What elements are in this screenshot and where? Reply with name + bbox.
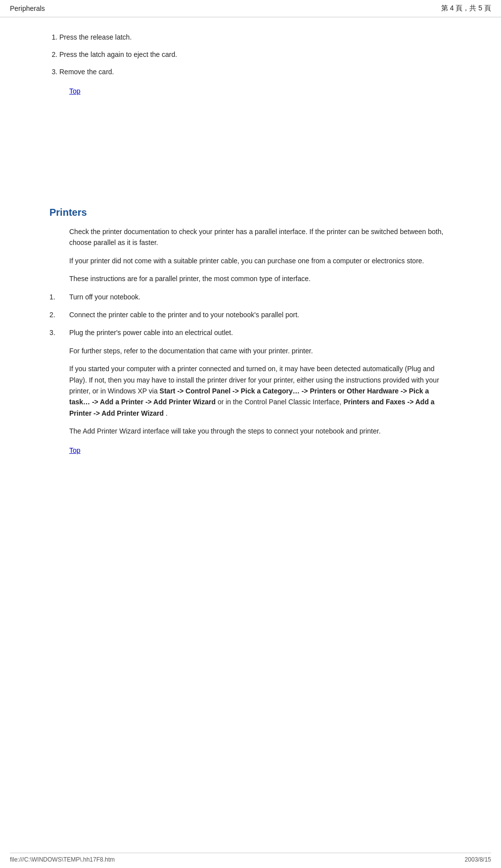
step-1-num: 1. xyxy=(49,291,69,302)
step-2-text: Connect the printer cable to the printer… xyxy=(69,309,452,320)
after-bold2-text: . xyxy=(166,409,168,417)
intro-para-2: If your printer did not come with a suit… xyxy=(69,255,452,266)
list-item-text: Remove the card. xyxy=(59,68,114,76)
list-item-text: Press the latch again to eject the card. xyxy=(59,50,177,58)
header-left: Peripherals xyxy=(10,4,45,12)
main-content: Press the release latch. Press the latch… xyxy=(0,17,501,482)
top-list: Press the release latch. Press the latch… xyxy=(59,32,452,77)
step-3-text: Plug the printer's power cable into an e… xyxy=(69,327,452,338)
footer-right: 2003/8/15 xyxy=(465,856,491,863)
intro-para-3: These instructions are for a parallel pr… xyxy=(69,273,452,284)
intro-para-1: Check the printer documentation to check… xyxy=(69,226,452,248)
step-2: 2. Connect the printer cable to the prin… xyxy=(49,309,452,320)
top-section: Press the release latch. Press the latch… xyxy=(49,32,452,98)
page-header: Peripherals 第 4 頁，共 5 頁 xyxy=(0,0,501,17)
step-2-num: 2. xyxy=(49,309,69,320)
after-bold-text: or in the Control Panel Classic Interfac… xyxy=(218,398,342,406)
list-item: Press the latch again to eject the card. xyxy=(59,49,452,60)
spacer xyxy=(49,108,452,207)
step-1-text: Turn off your notebook. xyxy=(69,291,452,302)
after-step3-para-1: For further steps, refer to the document… xyxy=(69,345,452,356)
printers-section: Printers Check the printer documentation… xyxy=(49,207,452,457)
after-step3-para-2: If you started your computer with a prin… xyxy=(69,363,452,419)
top-link-1[interactable]: Top xyxy=(69,87,81,95)
step-3-num: 3. xyxy=(49,327,69,338)
top-link-2[interactable]: Top xyxy=(69,446,81,454)
list-item-text: Press the release latch. xyxy=(59,33,132,41)
footer-left: file:///C:\WINDOWS\TEMP\.hh17F8.htm xyxy=(10,856,115,863)
step-3: 3. Plug the printer's power cable into a… xyxy=(49,327,452,338)
list-item: Remove the card. xyxy=(59,67,452,77)
final-paragraph: The Add Printer Wizard interface will ta… xyxy=(69,426,452,436)
list-item: Press the release latch. xyxy=(59,32,452,43)
step-1: 1. Turn off your notebook. xyxy=(49,291,452,302)
page-footer: file:///C:\WINDOWS\TEMP\.hh17F8.htm 2003… xyxy=(10,853,491,863)
header-right: 第 4 頁，共 5 頁 xyxy=(441,4,491,13)
printers-title: Printers xyxy=(49,207,452,218)
printers-steps: 1. Turn off your notebook. 2. Connect th… xyxy=(49,291,452,338)
